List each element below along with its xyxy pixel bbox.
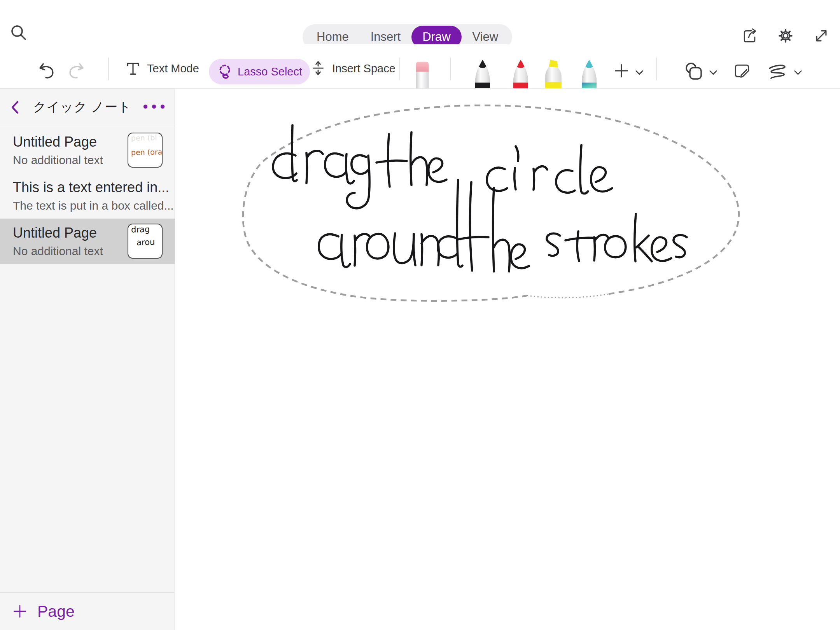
shapes-chevron[interactable] bbox=[709, 69, 718, 76]
page-subtitle: The text is put in a box called... bbox=[13, 199, 174, 212]
black-pen-icon bbox=[471, 59, 494, 88]
yellow-highlighter-icon bbox=[541, 59, 565, 88]
ink-annotate-button[interactable] bbox=[733, 62, 751, 81]
top-right-actions bbox=[741, 27, 830, 44]
fullscreen-button[interactable] bbox=[813, 27, 830, 44]
ink-effects-chevron[interactable] bbox=[793, 69, 803, 76]
undo-button[interactable] bbox=[37, 61, 55, 79]
draw-toolbar: Text Mode Lasso Select Insert Space bbox=[0, 44, 840, 89]
plus-icon bbox=[12, 604, 27, 619]
note-pen-icon bbox=[733, 62, 751, 81]
thumbnail-ink-text: drag bbox=[131, 225, 162, 234]
settings-button[interactable] bbox=[777, 27, 794, 44]
page-list-item-selected[interactable]: Untitled Page No additional text drag ar… bbox=[0, 219, 175, 264]
page-list-item[interactable]: Untitled Page No additional text pen (bl… bbox=[0, 128, 175, 173]
shapes-button[interactable] bbox=[684, 61, 704, 82]
shapes-icon bbox=[684, 61, 704, 82]
section-title: クイック ノート bbox=[23, 98, 142, 116]
teal-pen-icon bbox=[578, 59, 600, 88]
toolbar-divider bbox=[656, 58, 657, 80]
teal-pen-tool[interactable] bbox=[578, 59, 600, 88]
page-list: Untitled Page No additional text pen (bl… bbox=[0, 126, 175, 264]
black-pen-tool[interactable] bbox=[471, 59, 494, 88]
expand-icon bbox=[813, 27, 830, 44]
add-page-button[interactable]: Page bbox=[0, 592, 175, 630]
page-title: This is a text entered in... bbox=[13, 179, 174, 196]
lasso-select-label: Lasso Select bbox=[238, 65, 302, 78]
share-button[interactable] bbox=[741, 27, 758, 44]
red-pen-tool[interactable] bbox=[509, 59, 532, 88]
text-mode-button[interactable]: Text Mode bbox=[125, 61, 199, 76]
share-icon bbox=[741, 27, 758, 44]
eraser-icon bbox=[411, 60, 433, 88]
thumbnail-ink-text: arou bbox=[131, 238, 162, 247]
undo-icon bbox=[37, 61, 55, 79]
thumbnail-ink-text: pen (bl bbox=[131, 134, 162, 142]
text-mode-icon bbox=[125, 61, 141, 76]
page-thumbnail: pen (bl pen (ora bbox=[128, 133, 163, 168]
chevron-left-icon bbox=[9, 100, 21, 115]
pen-options-chevron[interactable] bbox=[635, 69, 644, 76]
gear-icon bbox=[777, 27, 794, 44]
toolbar-divider bbox=[450, 58, 451, 80]
chevron-down-icon bbox=[709, 69, 718, 76]
add-page-label: Page bbox=[37, 602, 75, 621]
insert-space-label: Insert Space bbox=[332, 62, 396, 75]
ink-layer: drag the circle bbox=[175, 89, 840, 630]
sidebar-header: クイック ノート bbox=[0, 89, 175, 126]
ink-stroke-line2[interactable]: around the strokes bbox=[319, 180, 687, 271]
toolbar-divider bbox=[399, 58, 400, 80]
lasso-selection[interactable] bbox=[243, 105, 739, 301]
red-pen-icon bbox=[509, 59, 532, 88]
redo-button[interactable] bbox=[68, 61, 86, 79]
text-mode-label: Text Mode bbox=[147, 62, 199, 75]
note-canvas[interactable]: drag the circle bbox=[175, 89, 840, 630]
insert-space-button[interactable]: Insert Space bbox=[310, 61, 396, 76]
scribble-icon bbox=[768, 64, 787, 80]
chevron-down-icon bbox=[635, 69, 644, 76]
lasso-select-button[interactable]: Lasso Select bbox=[209, 59, 310, 84]
search-button[interactable] bbox=[9, 23, 29, 43]
yellow-highlighter-tool[interactable] bbox=[541, 59, 565, 88]
ellipsis-icon bbox=[142, 103, 166, 110]
redo-icon bbox=[68, 61, 86, 79]
add-pen-button[interactable] bbox=[614, 63, 629, 79]
insert-space-icon bbox=[310, 61, 326, 76]
ink-effects-button[interactable] bbox=[768, 64, 787, 80]
search-icon bbox=[9, 23, 29, 43]
more-options-button[interactable] bbox=[142, 103, 166, 111]
back-button[interactable] bbox=[9, 100, 23, 115]
eraser-tool[interactable] bbox=[411, 60, 433, 88]
ink-stroke-line1[interactable]: drag the circle bbox=[273, 125, 612, 208]
chevron-down-icon bbox=[793, 69, 803, 76]
thumbnail-ink-text: pen (ora bbox=[131, 148, 162, 156]
toolbar-divider bbox=[108, 58, 109, 80]
page-sidebar: クイック ノート Untitled Page No additional tex… bbox=[0, 89, 175, 630]
top-bar: Home Insert Draw View bbox=[0, 0, 840, 44]
lasso-icon bbox=[217, 63, 233, 80]
plus-icon bbox=[614, 63, 629, 79]
onenote-app: Home Insert Draw View bbox=[0, 0, 840, 630]
page-list-item[interactable]: This is a text entered in... The text is… bbox=[0, 173, 175, 219]
page-thumbnail: drag arou bbox=[128, 224, 163, 259]
